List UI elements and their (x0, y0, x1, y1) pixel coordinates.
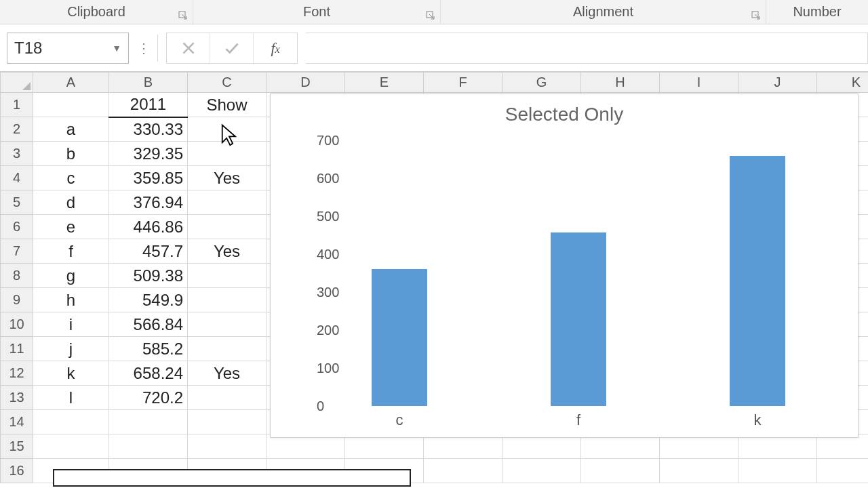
cell[interactable]: i (33, 312, 109, 337)
cell[interactable]: 2011 (109, 93, 188, 117)
row-header[interactable]: 12 (1, 361, 33, 386)
formula-input[interactable] (306, 33, 868, 64)
cell[interactable]: 359.85 (109, 166, 188, 190)
row-header[interactable]: 3 (1, 142, 33, 166)
cell[interactable]: 376.94 (109, 190, 188, 215)
cell[interactable]: 585.2 (109, 337, 188, 361)
cell[interactable]: c (33, 166, 109, 190)
column-header[interactable]: I (660, 73, 738, 93)
row-header[interactable]: 14 (1, 410, 33, 434)
cell[interactable]: h (33, 288, 109, 312)
column-header[interactable]: F (424, 73, 502, 93)
worksheet-grid[interactable]: A B C D E F G H I J K 12011Show2a330.333… (0, 72, 868, 488)
row-header[interactable]: 2 (1, 117, 33, 142)
row-header[interactable]: 13 (1, 386, 33, 410)
cell[interactable] (424, 459, 502, 483)
column-header[interactable]: A (33, 73, 109, 93)
cell[interactable]: Yes (188, 239, 267, 264)
row-header[interactable]: 8 (1, 264, 33, 288)
insert-function-button[interactable]: fx (254, 33, 297, 63)
cell[interactable] (188, 434, 267, 459)
row-header[interactable]: 1 (1, 93, 33, 117)
cell[interactable]: Show (188, 93, 267, 117)
row-header[interactable]: 11 (1, 337, 33, 361)
cell[interactable]: j (33, 337, 109, 361)
chart-bar[interactable] (730, 156, 785, 406)
column-header[interactable]: G (502, 73, 581, 93)
cell[interactable] (188, 215, 267, 239)
cell[interactable]: f (33, 239, 109, 264)
cell[interactable]: d (33, 190, 109, 215)
select-all-corner[interactable] (1, 73, 33, 93)
cell[interactable]: k (33, 361, 109, 386)
cell[interactable] (188, 264, 267, 288)
chart-plot-area[interactable]: 0100200300400500600700cfk (310, 140, 847, 406)
column-header[interactable]: H (581, 73, 660, 93)
column-header[interactable]: J (738, 73, 817, 93)
cell[interactable]: a (33, 117, 109, 142)
cell[interactable] (817, 459, 869, 483)
cell[interactable]: Yes (188, 166, 267, 190)
row-header[interactable]: 10 (1, 312, 33, 337)
cell[interactable]: 446.86 (109, 215, 188, 239)
cell[interactable]: 566.84 (109, 312, 188, 337)
cell[interactable] (109, 410, 188, 434)
name-box[interactable]: T18 ▼ (7, 33, 129, 64)
column-header-row[interactable]: A B C D E F G H I J K (1, 73, 869, 93)
column-header[interactable]: C (188, 73, 267, 93)
cell[interactable] (188, 190, 267, 215)
cell[interactable]: 329.35 (109, 142, 188, 166)
cell[interactable] (109, 434, 188, 459)
chart-bar[interactable] (551, 232, 606, 406)
cell[interactable] (738, 459, 817, 483)
chart-bar[interactable] (372, 269, 427, 406)
cell[interactable]: l (33, 386, 109, 410)
chart-title[interactable]: Selected Only (271, 104, 858, 125)
cell[interactable] (188, 386, 267, 410)
embedded-chart[interactable]: Selected Only 0100200300400500600700cfk (270, 94, 859, 438)
row-header[interactable]: 4 (1, 166, 33, 190)
cell[interactable] (188, 142, 267, 166)
cell[interactable]: g (33, 264, 109, 288)
dialog-launcher-icon[interactable] (751, 10, 762, 21)
cell[interactable]: Yes (188, 361, 267, 386)
dialog-launcher-icon[interactable] (178, 10, 189, 21)
dialog-launcher-icon[interactable] (425, 10, 436, 21)
cell[interactable]: b (33, 142, 109, 166)
row-header[interactable]: 6 (1, 215, 33, 239)
cell[interactable]: 549.9 (109, 288, 188, 312)
cell[interactable] (33, 410, 109, 434)
cell[interactable]: 720.2 (109, 386, 188, 410)
chart-x-tick: f (576, 411, 580, 429)
cell[interactable]: 509.38 (109, 264, 188, 288)
chevron-down-icon[interactable]: ▼ (112, 43, 121, 54)
column-header[interactable]: B (109, 73, 188, 93)
cell[interactable]: 330.33 (109, 117, 188, 142)
cell[interactable]: e (33, 215, 109, 239)
chart-y-tick: 0 (317, 399, 324, 414)
cell[interactable] (188, 337, 267, 361)
cell[interactable] (581, 459, 660, 483)
cell[interactable] (33, 434, 109, 459)
cancel-button[interactable] (167, 33, 210, 63)
row-header[interactable]: 9 (1, 288, 33, 312)
cell[interactable]: 658.24 (109, 361, 188, 386)
row-header[interactable]: 5 (1, 190, 33, 215)
column-header[interactable]: K (817, 73, 869, 93)
cell[interactable] (660, 459, 738, 483)
cell[interactable] (188, 288, 267, 312)
row-header[interactable]: 16 (1, 459, 33, 483)
row-header[interactable]: 7 (1, 239, 33, 264)
ribbon-group-label: Alignment (573, 4, 633, 20)
cell[interactable] (188, 410, 267, 434)
vertical-dots-icon: ⋮ (137, 40, 149, 56)
cell[interactable]: 457.7 (109, 239, 188, 264)
enter-button[interactable] (210, 33, 254, 63)
cell[interactable] (33, 93, 109, 117)
column-header[interactable]: E (345, 73, 424, 93)
cell[interactable] (188, 117, 267, 142)
cell[interactable] (188, 312, 267, 337)
column-header[interactable]: D (267, 73, 345, 93)
cell[interactable] (502, 459, 581, 483)
row-header[interactable]: 15 (1, 434, 33, 459)
